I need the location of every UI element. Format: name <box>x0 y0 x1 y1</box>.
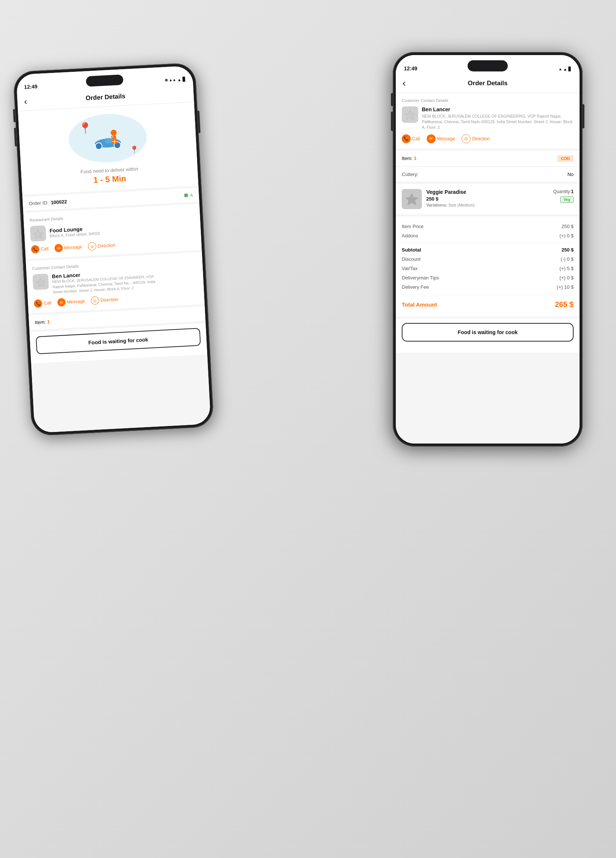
direction-label-c2: Direction <box>472 136 490 141</box>
price-value-vat: (+) 5 $ <box>559 266 574 271</box>
bottom-btn-1[interactable]: Food is waiting for cook <box>36 328 201 354</box>
price-divider-1 <box>402 242 574 243</box>
battery-icon-2: ▊ <box>568 67 571 72</box>
price-value-delivery: (+) 10 $ <box>557 284 574 290</box>
map-pin-left: 📍 <box>78 122 93 135</box>
price-row-delivery: Delivery Fee (+) 10 $ <box>402 282 574 292</box>
food-item-card: Veggie Paradise 250 $ Variations: Size (… <box>396 184 580 214</box>
call-icon-c1: 📞 <box>34 299 42 308</box>
back-button-1[interactable]: ‹ <box>24 96 27 106</box>
food-thumbnail <box>402 189 422 209</box>
header-2: ‹ Order Details <box>396 74 580 93</box>
price-label-delivery: Delivery Fee <box>402 284 429 290</box>
status-time-2: 12:49 <box>404 65 417 72</box>
price-value-tips: (+) 0 $ <box>559 275 574 281</box>
call-label-r: Call <box>40 246 48 252</box>
volume-down-button-2 <box>391 112 393 131</box>
items-count-2: 1 <box>414 155 417 161</box>
direction-label-r: Direction <box>98 242 115 249</box>
cutlery-value: No <box>567 171 574 177</box>
back-button-2[interactable]: ‹ <box>402 78 406 89</box>
svg-line-8 <box>112 141 117 142</box>
svg-marker-12 <box>405 110 415 120</box>
phone-2: 12:49 ▲ ▲ ▊ ‹ Order Details Customer Con… <box>393 52 582 446</box>
restaurant-message-btn[interactable]: ✉ Message <box>54 242 82 252</box>
food-name: Veggie Paradise <box>426 189 549 195</box>
restaurant-direction-btn[interactable]: ◎ Direction <box>88 241 115 251</box>
customer-call-btn-1[interactable]: 📞 Call <box>34 299 52 308</box>
map-pin-right: 📍 <box>129 145 139 154</box>
customer-message-btn-1[interactable]: ✉ Message <box>57 297 85 306</box>
direction-icon-c2: ◎ <box>462 134 470 143</box>
customer-address-2: NEW BLOCK, JERUSALEM COLLEGE OF ENGINEER… <box>422 113 574 131</box>
direction-label-c1: Direction <box>101 297 118 303</box>
status-icons-2: ▲ ▲ ▊ <box>559 67 571 72</box>
location-icon-1: ⊕ <box>164 78 168 82</box>
items-label-2: Item: 1 <box>402 155 417 161</box>
battery-icon-1: ▊ <box>182 77 186 81</box>
food-variations-value: Size (Medium) <box>448 203 475 207</box>
total-label: Total Amount <box>402 302 437 308</box>
map-circle: 📍 <box>67 112 148 165</box>
power-button-2 <box>582 104 584 128</box>
scooter-svg <box>90 125 125 151</box>
dynamic-island-2 <box>468 60 508 72</box>
food-variations-label: Variations: <box>426 203 447 207</box>
status-icons-1: ⊕ ▲▲ ▲ ▊ <box>164 77 185 82</box>
svg-point-0 <box>110 129 117 136</box>
price-label-discount: Discount <box>402 256 421 262</box>
food-meta: Quantity:1 Veg <box>553 189 574 203</box>
bottom-btn-area-1: Food is waiting for cook <box>29 323 207 364</box>
message-icon: ✉ <box>54 244 63 252</box>
order-id-value: 100022 <box>51 193 182 205</box>
restaurant-call-btn[interactable]: 📞 Call <box>31 244 49 253</box>
price-row-discount: Discount (-) 0 $ <box>402 255 574 264</box>
call-icon: 📞 <box>31 245 39 253</box>
food-details: Veggie Paradise 250 $ Variations: Size (… <box>426 189 549 207</box>
customer-direction-btn-2[interactable]: ◎ Direction <box>462 134 490 143</box>
customer-message-btn-2[interactable]: ✉ Message <box>427 134 455 143</box>
price-value-discount: (-) 0 $ <box>560 256 574 262</box>
cutlery-label: Cutlery: <box>402 171 419 177</box>
food-price: 250 $ <box>426 196 549 202</box>
customer-avatar-icon-1 <box>35 277 46 287</box>
price-label-tips: Deliveryman Tips <box>402 275 439 281</box>
delivery-text: Food need to deliver within <box>80 166 138 174</box>
screen-content-2[interactable]: Customer Contact Details Ben Lancer NEW … <box>396 93 580 443</box>
price-value-subtotal: 250 $ <box>561 247 574 253</box>
direction-icon-c1: ◎ <box>91 296 99 305</box>
price-label-1: Addons <box>402 233 418 238</box>
delivery-time: 1 - 5 Min <box>93 174 126 185</box>
dynamic-island-1 <box>86 75 124 87</box>
call-icon-c2: 📞 <box>402 134 411 143</box>
svg-marker-10 <box>34 230 43 238</box>
call-label-c2: Call <box>412 136 420 141</box>
screen-content-1[interactable]: 📍 <box>18 102 211 433</box>
delivery-illustration: 📍 <box>18 102 198 194</box>
price-label-0: Item Price <box>402 224 424 229</box>
customer-direction-btn-1[interactable]: ◎ Direction <box>91 295 118 305</box>
direction-icon-r: ◎ <box>88 242 96 250</box>
price-label-subtotal: Subtotal <box>402 247 421 253</box>
price-label-vat: Vat/Tax <box>402 266 417 271</box>
customer-avatar-icon-2 <box>404 109 416 120</box>
wifi-icon-2: ▲ <box>563 67 567 72</box>
message-label-c1: Message <box>67 298 85 305</box>
customer-call-btn-2[interactable]: 📞 Call <box>402 134 420 143</box>
svg-point-3 <box>95 143 102 149</box>
customer-section-label-2: Customer Contact Details <box>402 98 574 103</box>
volume-down-button <box>14 127 17 146</box>
veg-badge: Veg <box>560 196 574 203</box>
svg-marker-11 <box>36 278 45 287</box>
price-row-subtotal: Subtotal 250 $ <box>402 245 574 255</box>
wifi-icon-1: ▲ <box>177 77 182 82</box>
price-row-vat: Vat/Tax (+) 5 $ <box>402 264 574 273</box>
message-label-r: Message <box>64 244 82 250</box>
scene: 12:49 ⊕ ▲▲ ▲ ▊ ‹ Order Details <box>0 0 616 858</box>
food-qty-label: Quantity:1 <box>553 189 574 194</box>
call-label-c1: Call <box>43 300 51 306</box>
price-row-tips: Deliveryman Tips (+) 0 $ <box>402 273 574 282</box>
status-dot <box>184 193 188 197</box>
bottom-btn-2[interactable]: Food is waiting for cook <box>402 323 574 342</box>
status-label: A <box>190 192 193 197</box>
